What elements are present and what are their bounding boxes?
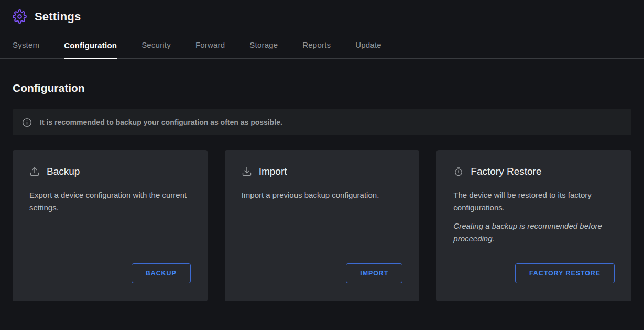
backup-card-header: Backup: [29, 166, 191, 177]
tab-system[interactable]: System: [13, 40, 39, 58]
import-icon: [242, 166, 252, 177]
tab-security[interactable]: Security: [141, 40, 171, 58]
factory-restore-button[interactable]: FACTORY RESTORE: [515, 263, 615, 283]
import-card-header: Import: [242, 166, 403, 177]
export-icon: [29, 166, 40, 177]
backup-card: Backup Export a device configuration wit…: [13, 150, 208, 301]
page-title: Settings: [35, 10, 81, 24]
backup-card-title: Backup: [47, 166, 80, 177]
tab-update[interactable]: Update: [355, 40, 381, 58]
settings-tab-bar: System Configuration Security Forward St…: [0, 40, 644, 59]
import-button[interactable]: IMPORT: [346, 263, 402, 283]
tab-forward[interactable]: Forward: [195, 40, 225, 58]
section-heading: Configuration: [13, 82, 631, 94]
import-card-description: Import a previous backup configuration.: [242, 189, 403, 201]
factory-restore-card: Factory Restore The device will be resto…: [436, 150, 631, 301]
configuration-cards: Backup Export a device configuration wit…: [13, 150, 631, 301]
restore-icon: [453, 166, 464, 177]
tab-reports[interactable]: Reports: [302, 40, 331, 58]
info-banner-text: It is recommended to backup your configu…: [40, 118, 282, 126]
backup-button[interactable]: BACKUP: [132, 263, 191, 283]
factory-restore-card-note: Creating a backup is recommended before …: [453, 220, 615, 244]
tab-storage[interactable]: Storage: [249, 40, 278, 58]
factory-restore-card-header: Factory Restore: [453, 166, 615, 177]
factory-restore-card-title: Factory Restore: [471, 166, 541, 177]
page-header: Settings: [0, 0, 644, 24]
import-card-title: Import: [259, 166, 287, 177]
settings-gear-icon: [13, 9, 27, 24]
import-card: Import Import a previous backup configur…: [225, 150, 420, 301]
tab-configuration[interactable]: Configuration: [64, 40, 117, 59]
backup-card-description: Export a device configuration with the c…: [29, 189, 191, 214]
factory-restore-card-description: The device will be restored to its facto…: [453, 189, 615, 214]
info-banner: It is recommended to backup your configu…: [13, 109, 631, 135]
info-icon: [21, 117, 32, 128]
